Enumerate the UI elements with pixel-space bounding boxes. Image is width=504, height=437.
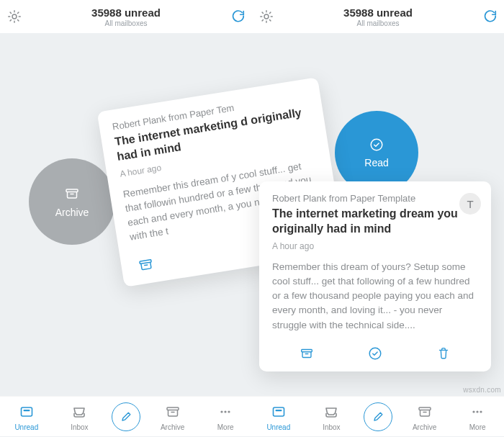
sender: Robert Plank from Paper Template — [272, 193, 478, 204]
archive-action[interactable] — [136, 255, 156, 274]
refresh-icon[interactable] — [228, 6, 248, 27]
tab-label: Archive — [413, 423, 436, 431]
tab-more[interactable]: More — [456, 402, 498, 431]
tabbar-right: Unread Inbox Archive More — [252, 396, 504, 436]
archive-icon — [63, 185, 81, 202]
unread-icon — [270, 403, 287, 420]
tab-label: Archive — [161, 423, 184, 431]
more-icon — [217, 403, 234, 420]
header-title-block: 35988 unread All mailboxes — [343, 6, 413, 27]
tab-label: Unread — [14, 423, 38, 431]
mailbox-subtitle: All mailboxes — [91, 19, 161, 27]
archive-icon — [164, 403, 181, 420]
inbox-icon — [323, 403, 340, 420]
pen-icon — [119, 410, 133, 424]
unread-icon — [18, 403, 35, 420]
compose-button[interactable] — [112, 402, 140, 431]
pen-icon — [371, 410, 385, 424]
tab-inbox[interactable]: Inbox — [310, 402, 352, 431]
preview-body: Remember this dream of yours? Setup some… — [272, 260, 478, 333]
gear-icon[interactable] — [4, 6, 24, 27]
tab-label: More — [469, 423, 486, 431]
unread-count-title: 35988 unread — [343, 6, 413, 19]
archive-bubble[interactable]: Archive — [29, 158, 115, 245]
tab-archive[interactable]: Archive — [404, 402, 446, 431]
check-circle-icon — [367, 346, 383, 361]
archive-icon — [416, 403, 433, 420]
header-right: 35988 unread All mailboxes — [252, 0, 504, 33]
tab-label: Inbox — [71, 423, 88, 431]
card-actions — [272, 346, 478, 361]
compose-button[interactable] — [364, 402, 392, 431]
tab-label: More — [217, 423, 234, 431]
unread-count-title: 35988 unread — [91, 6, 161, 19]
tabbar-left: Unread Inbox Archive More — [0, 396, 252, 436]
tab-label: Unread — [266, 423, 290, 431]
archive-action[interactable] — [272, 346, 341, 361]
tab-label: Inbox — [323, 423, 340, 431]
timestamp: A hour ago — [272, 241, 478, 251]
delete-action[interactable] — [410, 346, 478, 361]
archive-icon — [136, 255, 156, 274]
read-label: Read — [364, 157, 388, 168]
archive-icon — [299, 346, 315, 361]
tab-unread[interactable]: Unread — [258, 402, 300, 431]
watermark: wsxdn.com — [463, 386, 501, 394]
tab-more[interactable]: More — [204, 402, 246, 431]
more-icon — [469, 403, 486, 420]
tab-archive[interactable]: Archive — [152, 402, 194, 431]
tab-unread[interactable]: Unread — [6, 402, 48, 431]
header-title-block: 35988 unread All mailboxes — [91, 6, 161, 27]
mailbox-subtitle: All mailboxes — [343, 19, 413, 27]
markread-action[interactable] — [341, 346, 409, 361]
tab-inbox[interactable]: Inbox — [58, 402, 100, 431]
inbox-icon — [71, 403, 88, 420]
header-left: 35988 unread All mailboxes — [0, 0, 252, 33]
avatar: T — [459, 193, 481, 215]
trash-icon — [436, 346, 451, 361]
archive-label: Archive — [55, 207, 89, 218]
subject: The internet marketing dream you origina… — [272, 207, 478, 237]
email-card[interactable]: T Robert Plank from Paper Template The i… — [259, 181, 491, 371]
check-circle-icon — [369, 137, 384, 153]
gear-icon[interactable] — [256, 6, 276, 27]
refresh-icon[interactable] — [480, 6, 500, 27]
